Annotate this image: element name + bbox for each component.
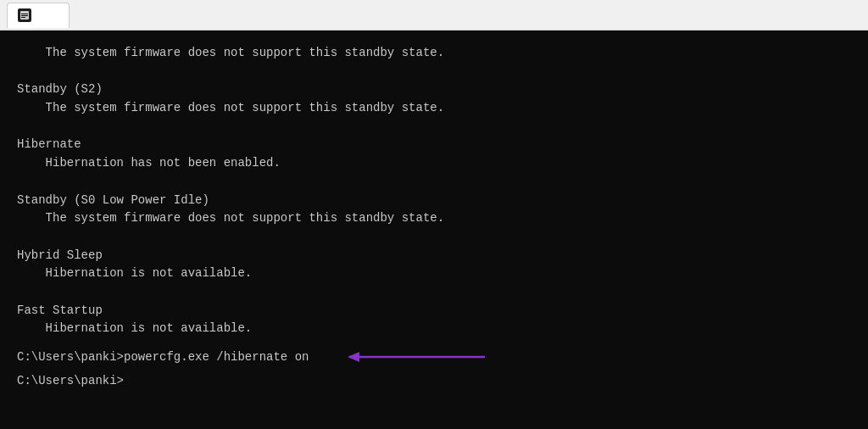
- svg-rect-2: [21, 15, 28, 16]
- command-text: powercfg.exe /hibernate on: [124, 348, 309, 366]
- active-tab[interactable]: [7, 3, 70, 28]
- arrow-indicator: [315, 345, 502, 369]
- command-prompt: C:\Users\panki>: [17, 348, 124, 366]
- tab-close-button[interactable]: [45, 8, 58, 22]
- terminal-window: The system firmware does not support thi…: [0, 31, 868, 429]
- terminal-output: The system firmware does not support thi…: [17, 44, 851, 338]
- terminal-lines: The system firmware does not support thi…: [17, 44, 851, 338]
- tab-icon: [18, 8, 31, 22]
- window-controls: [744, 0, 861, 31]
- new-tab-button[interactable]: [80, 3, 103, 27]
- next-prompt-line: C:\Users\panki>: [17, 372, 851, 390]
- minimize-button[interactable]: [744, 0, 783, 31]
- titlebar-actions: [80, 3, 124, 27]
- svg-rect-1: [21, 14, 28, 14]
- svg-marker-5: [348, 352, 359, 362]
- next-prompt: C:\Users\panki>: [17, 374, 124, 387]
- titlebar-left: [7, 3, 124, 28]
- svg-rect-3: [21, 17, 25, 18]
- tab-dropdown-button[interactable]: [107, 3, 124, 27]
- command-line: C:\Users\panki> powercfg.exe /hibernate …: [17, 345, 851, 369]
- titlebar: [0, 0, 868, 31]
- arrow-svg: [315, 345, 502, 369]
- maximize-button[interactable]: [783, 0, 822, 31]
- close-button[interactable]: [822, 0, 861, 31]
